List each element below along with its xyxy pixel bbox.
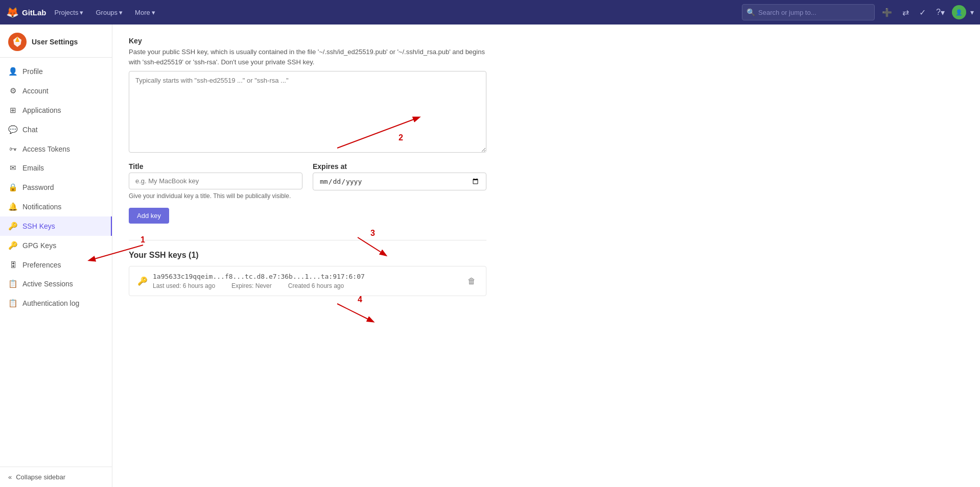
password-icon: 🔒 [8,183,17,192]
expires-field-label: Expires at [313,162,486,171]
sidebar-item-chat[interactable]: 💬Chat [0,120,112,139]
nav-more[interactable]: More ▾ [131,7,159,18]
ssh-keys-title: Your SSH keys (1) [129,251,486,260]
sidebar-nav: 👤Profile⚙Account⊞Applications💬Chat🗝Acces… [0,58,112,467]
key-created: Created 6 hours ago [288,282,344,289]
sidebar-item-label-account: Account [22,87,49,95]
sidebar-item-profile[interactable]: 👤Profile [0,62,112,81]
sidebar-item-label-emails: Emails [22,164,44,172]
title-hint: Give your individual key a title. This w… [129,192,302,200]
sidebar-item-emails[interactable]: ✉Emails [0,158,112,178]
sidebar-item-label-preferences: Preferences [22,261,61,269]
ssh-key-form: Key Paste your public SSH key, which is … [129,37,486,296]
chevron-down-icon: ▾ [80,9,83,16]
gpg-keys-icon: 🔑 [8,241,17,250]
sidebar-item-gpg-keys[interactable]: 🔑GPG Keys [0,236,112,255]
search-input[interactable] [758,9,870,16]
help-icon[interactable]: ?▾ [933,6,948,19]
sidebar-item-label-access-tokens: Access Tokens [22,145,70,153]
expires-field-group: Expires at [313,162,486,200]
add-key-button[interactable]: Add key [129,208,169,224]
sidebar-avatar-icon [11,36,24,48]
notifications-icon: 🔔 [8,202,17,211]
gitlab-wordmark: GitLab [22,8,46,17]
collapse-sidebar-button[interactable]: « Collapse sidebar [0,467,112,487]
key-field-label: Key [129,37,486,45]
sidebar: User Settings 👤Profile⚙Account⊞Applicati… [0,25,112,487]
sidebar-item-label-auth-log: Authentication log [22,299,79,307]
profile-icon: 👤 [8,67,17,76]
sidebar-item-label-ssh-keys: SSH Keys [22,222,55,230]
user-avatar[interactable]: 👤 [952,5,966,19]
sidebar-item-active-sessions[interactable]: 📋Active Sessions [0,274,112,294]
sidebar-avatar [8,33,27,51]
key-field-group: Key Paste your public SSH key, which is … [129,37,486,154]
key-meta: Last used: 6 hours ago Expires: Never Cr… [153,282,460,289]
sidebar-item-label-gpg-keys: GPG Keys [22,241,56,250]
sidebar-item-label-notifications: Notifications [22,203,61,211]
emails-icon: ✉ [8,163,17,173]
key-last-used: Last used: 6 hours ago [153,282,215,289]
expires-input[interactable] [313,173,486,190]
search-bar[interactable]: 🔍 [742,4,875,20]
key-name: 1a95633c19qqeim...f8...tc.d8.e7:36b...1.… [153,273,408,280]
sidebar-item-password[interactable]: 🔒Password [0,178,112,197]
title-field-group: Title Give your individual key a title. … [129,162,302,200]
chevron-down-icon: ▾ [119,9,123,16]
sidebar-item-label-chat: Chat [22,126,38,134]
sidebar-header: User Settings [0,25,112,58]
applications-icon: ⊞ [8,106,17,115]
todo-icon[interactable]: ✓ [916,6,929,19]
key-info: 1a95633c19qqeim...f8...tc.d8.e7:36b...1.… [153,273,460,289]
chevron-down-icon: ▾ [941,8,945,17]
gitlab-flame-icon: 🦊 [6,6,19,18]
sidebar-item-label-profile: Profile [22,67,43,76]
ssh-keys-icon: 🔑 [8,222,17,231]
new-item-button[interactable]: ➕ [879,6,895,19]
account-icon: ⚙ [8,86,17,95]
ssh-keys-list-section: Your SSH keys (1) 🔑 1a95633c19qqeim...f8… [129,240,486,296]
sidebar-item-auth-log[interactable]: 📋Authentication log [0,294,112,313]
merge-request-icon[interactable]: ⇄ [899,6,912,19]
access-tokens-icon: 🗝 [8,144,17,153]
title-field-label: Title [129,162,302,171]
sidebar-item-label-applications: Applications [22,106,61,114]
gitlab-logo[interactable]: 🦊 GitLab [6,6,46,18]
nav-groups[interactable]: Groups ▾ [91,7,127,18]
auth-log-icon: 📋 [8,299,17,308]
delete-key-button[interactable]: 🗑 [465,275,478,288]
sidebar-item-access-tokens[interactable]: 🗝Access Tokens [0,139,112,158]
key-expires: Expires: Never [231,282,272,289]
chevron-down-icon: ▾ [152,9,155,16]
sidebar-item-notifications[interactable]: 🔔Notifications [0,197,112,216]
preferences-icon: 🎛 [8,260,17,269]
sidebar-item-preferences[interactable]: 🎛Preferences [0,255,112,274]
sidebar-item-account[interactable]: ⚙Account [0,81,112,101]
top-nav: 🦊 GitLab Projects ▾ Groups ▾ More ▾ 🔍 ➕ … [0,0,980,25]
user-menu-chevron[interactable]: ▾ [970,8,974,16]
key-field-description: Paste your public SSH key, which is usua… [129,47,486,67]
nav-projects[interactable]: Projects ▾ [51,7,88,18]
sidebar-item-ssh-keys[interactable]: 🔑SSH Keys [0,216,112,236]
chat-icon: 💬 [8,125,17,134]
title-input[interactable] [129,173,302,189]
sidebar-item-label-active-sessions: Active Sessions [22,280,73,288]
key-icon: 🔑 [137,276,148,286]
ssh-key-item: 🔑 1a95633c19qqeim...f8...tc.d8.e7:36b...… [129,266,486,296]
key-textarea[interactable] [129,71,486,153]
sidebar-item-label-password: Password [22,183,54,191]
chevrons-left-icon: « [8,473,12,481]
ssh-keys-container: 🔑 1a95633c19qqeim...f8...tc.d8.e7:36b...… [129,266,486,296]
sidebar-title: User Settings [32,38,78,46]
title-expires-row: Title Give your individual key a title. … [129,162,486,200]
sidebar-item-applications[interactable]: ⊞Applications [0,101,112,120]
active-sessions-icon: 📋 [8,279,17,288]
search-icon: 🔍 [746,8,755,16]
main-content: Key Paste your public SSH key, which is … [112,25,980,487]
